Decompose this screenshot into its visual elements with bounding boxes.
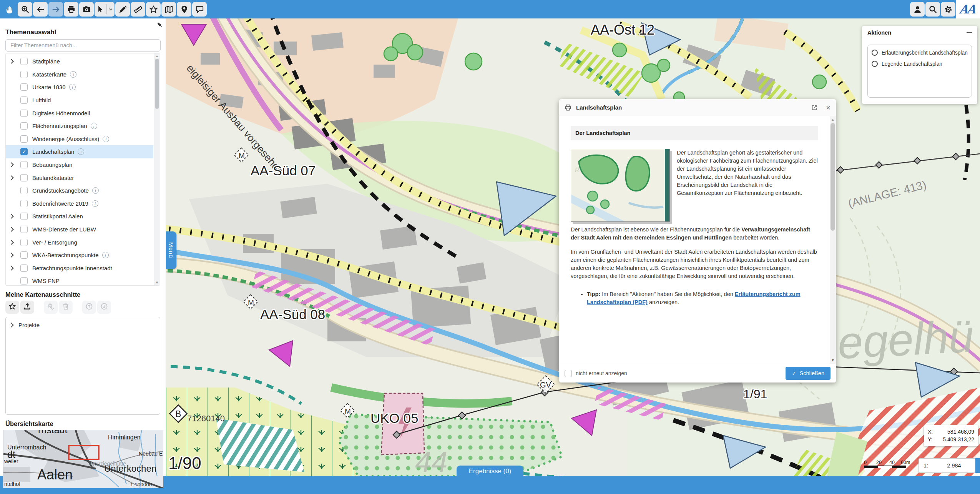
checkbox[interactable] <box>20 83 28 91</box>
move-down-button[interactable] <box>97 301 111 314</box>
expand-icon[interactable] <box>10 228 17 231</box>
checkbox[interactable] <box>20 239 28 246</box>
minimize-icon[interactable] <box>967 32 972 33</box>
pin-icon[interactable] <box>156 22 163 30</box>
checkbox[interactable] <box>20 110 28 117</box>
save-view-button[interactable] <box>5 301 19 314</box>
scale-dropdown-button[interactable] <box>975 458 980 473</box>
theme-row-luftbild[interactable]: Luftbild <box>6 94 153 107</box>
info-icon[interactable]: i <box>91 123 97 129</box>
checkbox[interactable] <box>20 277 28 284</box>
theme-list-scrollbar[interactable]: ▲ ▼ <box>154 53 160 285</box>
measure-tool-button[interactable] <box>131 2 145 17</box>
ruler-icon <box>134 5 143 14</box>
theme-row-katasterkarte[interactable]: Katasterkartei <box>6 68 153 81</box>
close-dialog-icon[interactable]: × <box>826 104 831 111</box>
theme-row-ver-entsorgung[interactable]: Ver- / Entsorgung <box>6 236 153 249</box>
checkbox-checked[interactable] <box>20 148 28 155</box>
info-icon[interactable]: i <box>92 187 99 194</box>
info-icon[interactable]: i <box>78 148 84 155</box>
checkbox[interactable] <box>20 174 28 181</box>
checkbox[interactable] <box>20 226 28 233</box>
theme-row-fnp[interactable]: Flächennutzungsplani <box>6 120 153 133</box>
scale-input[interactable] <box>933 458 975 473</box>
checkbox[interactable] <box>20 58 28 65</box>
checkbox[interactable] <box>20 213 28 220</box>
theme-row-baulandkataster[interactable]: Baulandkataster <box>6 171 153 184</box>
radio-button[interactable] <box>872 61 878 67</box>
user-button[interactable] <box>910 2 925 17</box>
pan-tool-button[interactable] <box>2 2 17 17</box>
info-icon[interactable]: i <box>70 71 76 78</box>
theme-row-wms-fnp[interactable]: WMS FNP <box>6 274 153 286</box>
dialog-scrollbar[interactable]: ▲ ▼ <box>830 116 836 364</box>
projects-node[interactable]: Projekte <box>10 322 156 328</box>
settings-button[interactable] <box>941 2 955 17</box>
theme-row-betrachtungspunkte[interactable]: Betrachtungspunkte Innenstadt <box>6 262 153 275</box>
print-tool-button[interactable] <box>64 2 78 17</box>
info-icon[interactable]: i <box>92 200 98 207</box>
action-option-erlaeuterungsbericht[interactable]: Erläuterungsbericht Landschaftsplan <box>872 50 968 56</box>
search-button[interactable] <box>925 2 940 17</box>
select-tool-button[interactable] <box>95 2 115 17</box>
back-button[interactable] <box>33 2 48 17</box>
expand-dialog-icon[interactable] <box>811 105 817 111</box>
radio-button[interactable] <box>872 50 878 56</box>
expand-icon[interactable] <box>10 215 17 218</box>
expand-icon[interactable] <box>10 253 17 257</box>
move-up-button[interactable] <box>82 301 96 314</box>
scroll-up-icon[interactable]: ▲ <box>830 118 836 121</box>
info-icon[interactable]: i <box>103 136 109 142</box>
theme-row-windenergie[interactable]: Windenergie (Ausschluss)i <box>6 133 153 146</box>
theme-row-wms-lubw[interactable]: WMS-Dienste der LUBW <box>6 223 153 236</box>
expand-icon[interactable] <box>10 241 17 244</box>
theme-row-hoehenmodell[interactable]: Digitales Höhenmodell <box>6 106 153 120</box>
checkbox[interactable] <box>20 264 28 272</box>
info-icon[interactable]: i <box>102 252 109 258</box>
checkbox[interactable] <box>20 96 28 104</box>
checkbox[interactable] <box>20 200 28 207</box>
theme-row-statistikportal[interactable]: Statistikportal Aalen <box>6 210 153 223</box>
scroll-down-icon[interactable]: ▼ <box>830 358 836 362</box>
action-option-legende[interactable]: Legende Landschaftsplan <box>872 61 968 67</box>
theme-row-landschaftsplan[interactable]: Landschaftsplani <box>6 145 153 158</box>
draw-tool-button[interactable] <box>115 2 130 17</box>
map-clips-toolbar <box>5 301 166 314</box>
maps-tool-button[interactable] <box>161 2 176 17</box>
screenshot-tool-button[interactable] <box>79 2 94 17</box>
chevron-down-icon[interactable] <box>108 7 113 12</box>
menu-tab[interactable]: Menü <box>166 231 176 269</box>
close-button[interactable]: ✓Schließen <box>786 367 831 380</box>
checkbox[interactable] <box>20 161 28 168</box>
expand-icon[interactable] <box>10 60 17 63</box>
expand-icon[interactable] <box>10 176 17 180</box>
checkbox[interactable] <box>20 135 28 143</box>
theme-row-stadtplaene[interactable]: Stadtpläne <box>6 55 153 68</box>
expand-icon[interactable] <box>10 163 17 166</box>
theme-row-bebauungsplan[interactable]: Bebauungsplan <box>6 158 153 171</box>
theme-filter-input[interactable] <box>5 39 161 52</box>
forward-button[interactable] <box>48 2 63 17</box>
scroll-down-icon[interactable]: ▼ <box>154 281 160 284</box>
favorites-tool-button[interactable] <box>146 2 161 17</box>
location-tool-button[interactable] <box>177 2 191 17</box>
checkbox[interactable] <box>20 251 28 259</box>
theme-row-urkarte[interactable]: Urkarte 1830i <box>6 81 153 94</box>
theme-row-wka[interactable]: WKA-Betrachtungspunktei <box>6 249 153 262</box>
dont-show-again-checkbox[interactable] <box>565 370 572 377</box>
checkbox[interactable] <box>20 122 28 130</box>
settings-clips-button[interactable] <box>44 301 58 314</box>
checkbox[interactable] <box>20 187 28 194</box>
zoom-in-tool-button[interactable] <box>18 2 32 17</box>
checkbox[interactable] <box>20 71 28 78</box>
feedback-tool-button[interactable] <box>192 2 207 17</box>
scroll-up-icon[interactable]: ▲ <box>154 54 160 58</box>
theme-row-bodenrichtwerte[interactable]: Bodenrichtwerte 2019i <box>6 197 153 210</box>
info-icon[interactable]: i <box>69 84 76 90</box>
expand-icon[interactable] <box>10 266 17 270</box>
results-button[interactable]: Ergebnisse (0) <box>457 466 523 477</box>
overview-map[interactable]: Aalen Unterkochen Unterrombach Himmlinge… <box>3 430 163 488</box>
upload-button[interactable] <box>20 301 34 314</box>
theme-row-grundstuecke[interactable]: Grundstücksangebotei <box>6 184 153 197</box>
delete-clip-button[interactable] <box>59 301 73 314</box>
